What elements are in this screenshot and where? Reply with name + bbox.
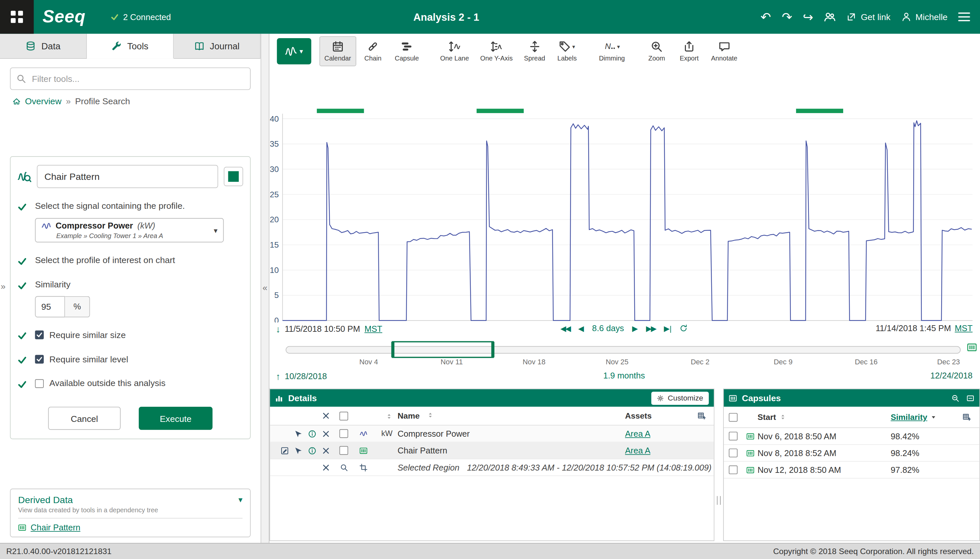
panel-splitter[interactable]	[715, 389, 723, 541]
row-checkbox[interactable]	[339, 446, 348, 455]
found-capsule-bar[interactable]	[317, 109, 364, 113]
capsule-row[interactable]: Nov 8, 2018 8:52 AM 98.24%	[724, 445, 979, 461]
overview-timeline[interactable]: Nov 4Nov 11Nov 18Nov 25Dec 2Dec 9Dec 16D…	[286, 341, 960, 370]
navigate-button[interactable]	[295, 447, 303, 455]
range-start-arrow-icon[interactable]: ↓	[276, 324, 280, 334]
app-grid-button[interactable]	[0, 0, 34, 34]
toolbar-capsule-button[interactable]: Capsule	[390, 36, 424, 66]
info-button[interactable]	[308, 447, 316, 455]
tab-tools[interactable]: Tools	[87, 34, 174, 59]
select-all-checkbox[interactable]	[339, 411, 348, 420]
similarity-input[interactable]	[35, 296, 65, 317]
remove-button[interactable]	[322, 430, 330, 438]
add-column-icon[interactable]	[962, 413, 970, 421]
toolbar-spread-button[interactable]: Spread	[519, 36, 550, 66]
details-row-chair-pattern[interactable]: Chair Pattern Area A	[270, 442, 714, 459]
hamburger-menu-button[interactable]	[958, 10, 970, 23]
cancel-button[interactable]: Cancel	[48, 407, 121, 430]
splitter-grip[interactable]	[717, 496, 720, 505]
asset-link[interactable]: Area A	[625, 429, 651, 438]
step-forward-button[interactable]: ▶	[632, 324, 638, 333]
signal-select-dropdown[interactable]: Compressor Power (kW) Example » Cooling …	[35, 218, 224, 242]
customize-button[interactable]: Customize	[651, 391, 709, 404]
toolbar-export-button[interactable]: Export	[674, 36, 705, 66]
zoom-to-region-button[interactable]	[340, 463, 348, 471]
option-checkbox[interactable]	[35, 331, 44, 339]
remove-button[interactable]	[322, 447, 330, 455]
add-column-icon[interactable]	[697, 412, 705, 420]
step-back-fast-button[interactable]: ◀◀	[561, 324, 570, 333]
range-start-date[interactable]: 11/5/2018 10:50 PM	[285, 324, 360, 334]
get-link-button[interactable]: Get link	[846, 12, 891, 22]
investigate-duration[interactable]: 1.9 months	[603, 371, 645, 381]
row-checkbox[interactable]	[339, 429, 348, 438]
color-swatch-button[interactable]	[224, 167, 243, 186]
remove-button[interactable]	[322, 463, 330, 471]
capsule-row[interactable]: Nov 12, 2018 8:50 AM 97.82%	[724, 461, 979, 478]
toolbar-calendar-button[interactable]: Calendar	[319, 36, 356, 66]
edit-button[interactable]	[281, 447, 289, 455]
details-col-name[interactable]: Name	[397, 411, 419, 420]
derived-item-link[interactable]: Chair Pattern	[31, 523, 80, 533]
chevron-down-icon[interactable]: ▾	[238, 495, 242, 504]
details-row-selected-region[interactable]: Selected Region 12/20/2018 8:49:33 AM - …	[270, 459, 714, 476]
option-checkbox[interactable]	[35, 379, 44, 388]
home-icon[interactable]	[13, 97, 21, 105]
capsule-checkbox[interactable]	[729, 466, 738, 475]
capsules-select-all-checkbox[interactable]	[729, 413, 738, 422]
collapse-panel-icon[interactable]	[966, 394, 974, 402]
info-button[interactable]	[308, 430, 316, 438]
range-duration[interactable]: 8.6 days	[592, 324, 624, 333]
tab-journal[interactable]: Journal	[174, 34, 260, 58]
toolbar-one-y-axis-button[interactable]: One Y-Axis	[475, 36, 518, 66]
toolbar-chain-button[interactable]: Chain	[357, 36, 389, 66]
toolbar-dimming-button[interactable]: N▾ Dimming	[594, 36, 630, 66]
timeline-left-handle[interactable]	[391, 342, 394, 357]
step-forward-fast-button[interactable]: ▶▶	[646, 324, 656, 333]
range-end-timezone[interactable]: MST	[955, 324, 972, 333]
user-menu[interactable]: Michelle	[901, 12, 947, 22]
trend-chart[interactable]: 0510152025303540Nov 6Nov 7Nov 8Nov 9Nov …	[270, 69, 980, 322]
tab-data[interactable]: Data	[0, 34, 87, 58]
redo-button[interactable]: ↷	[781, 10, 792, 23]
capsule-lane-icon[interactable]	[967, 342, 977, 352]
navigate-button[interactable]	[295, 430, 303, 438]
investigate-start-date[interactable]: 10/28/2018	[285, 372, 327, 382]
asset-link[interactable]: Area A	[625, 446, 651, 455]
sort-icon[interactable]	[779, 413, 786, 420]
sort-icon[interactable]	[386, 413, 392, 420]
sort-icon[interactable]	[427, 412, 434, 418]
timeline-selection-window[interactable]	[391, 341, 493, 358]
signal-trace[interactable]	[283, 121, 972, 321]
tool-name-input[interactable]	[37, 165, 218, 188]
share-forward-button[interactable]: ↪	[803, 10, 813, 23]
crop-region-button[interactable]	[359, 463, 368, 471]
toolbar-zoom-button[interactable]: Zoom	[641, 36, 672, 66]
range-start-timezone[interactable]: MST	[364, 324, 382, 334]
connection-status[interactable]: 2 Connected	[111, 12, 171, 22]
zoom-capsule-icon[interactable]	[951, 394, 960, 402]
step-to-end-button[interactable]: ▶|	[664, 324, 671, 333]
details-row-compressor-power[interactable]: kW Compressor Power Area A	[270, 425, 714, 442]
remove-all-button[interactable]	[322, 412, 330, 420]
toolbar-annotate-button[interactable]: Annotate	[706, 36, 742, 66]
details-col-assets[interactable]: Assets	[619, 411, 689, 420]
found-capsule-bar[interactable]	[796, 109, 843, 113]
chart-svg[interactable]: 0510152025303540Nov 6Nov 7Nov 8Nov 9Nov …	[270, 69, 980, 322]
execute-button[interactable]: Execute	[139, 407, 212, 430]
investigate-start-arrow-icon[interactable]: ↑	[276, 371, 280, 382]
trend-view-button[interactable]: ▾	[277, 38, 311, 64]
range-end-date[interactable]: 11/14/2018 1:45 PM	[876, 324, 951, 333]
refresh-icon[interactable]	[680, 324, 688, 332]
undo-button[interactable]: ↶	[761, 10, 771, 23]
capsules-col-start[interactable]: Start	[758, 412, 776, 422]
toolbar-one-lane-button[interactable]: One Lane	[435, 36, 474, 66]
investigate-end-date[interactable]: 12/24/2018	[930, 371, 972, 381]
users-icon[interactable]	[824, 11, 836, 23]
capsule-checkbox[interactable]	[729, 432, 738, 441]
capsules-col-similarity[interactable]: Similarity	[891, 412, 927, 422]
toolbar-labels-button[interactable]: ▾ Labels	[551, 36, 583, 66]
collapse-sidebar-handle[interactable]: «	[263, 283, 267, 292]
capsule-checkbox[interactable]	[729, 448, 738, 457]
capsule-row[interactable]: Nov 6, 2018 8:50 AM 98.42%	[724, 428, 979, 445]
